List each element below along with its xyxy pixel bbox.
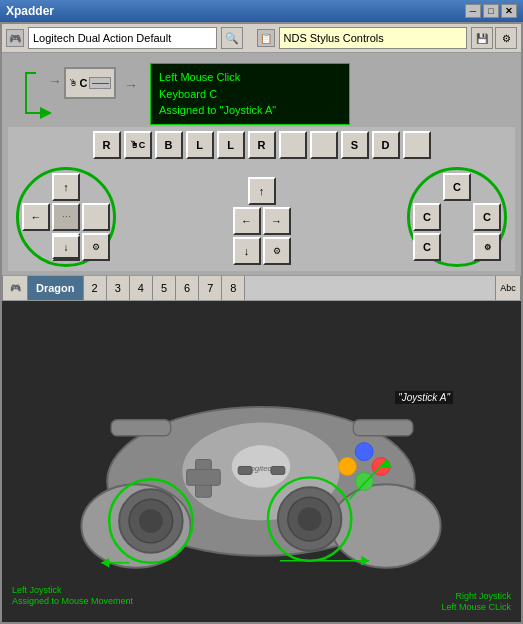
tab-3[interactable]: 3	[107, 275, 130, 301]
abxy-top[interactable]: C	[443, 173, 471, 201]
abxy-bot-left[interactable]: C	[413, 233, 441, 261]
abxy-tr	[473, 173, 501, 201]
save-layout-button[interactable]: 💾	[471, 27, 493, 49]
thumb-key-label: C	[80, 77, 88, 89]
dpad-center[interactable]: ⋯	[52, 203, 80, 231]
controller-icon: 🎮	[6, 29, 24, 47]
settings-layout-button[interactable]: ⚙	[495, 27, 517, 49]
title-text: Xpadder	[6, 4, 54, 18]
minimize-button[interactable]: ─	[465, 4, 481, 18]
center-dpad-right[interactable]: →	[263, 207, 291, 235]
controller-svg: Logitech	[2, 301, 521, 622]
right-joystick-label: Right Joystick Left Mouse CLick	[441, 591, 511, 614]
layout-dropdown[interactable]: NDS Stylus Controls	[279, 27, 468, 49]
left-dpad: ↑ ← ⋯ ↓ ⚙	[22, 173, 110, 261]
layout-name: NDS Stylus Controls	[284, 32, 384, 44]
thumb-key-bar: ───	[89, 77, 111, 89]
tab-2[interactable]: 2	[84, 275, 107, 301]
main-window: 🎮 Logitech Dual Action Default 🔍 📋 NDS S…	[0, 22, 523, 624]
center-dpad-settings[interactable]: ⚙	[263, 237, 291, 265]
svg-point-15	[355, 443, 373, 461]
key-l2[interactable]: L	[217, 131, 245, 159]
left-circle: ↑ ← ⋯ ↓ ⚙	[16, 167, 116, 267]
dpad-up[interactable]: ↑	[52, 173, 80, 201]
abxy-tl	[413, 173, 441, 201]
center-dpad-left[interactable]: ←	[233, 207, 261, 235]
svg-point-18	[355, 472, 373, 490]
close-button[interactable]: ✕	[501, 4, 517, 18]
key-empty3[interactable]	[403, 131, 431, 159]
left-joystick-desc: Assigned to Mouse Movement	[12, 596, 133, 608]
key-r2[interactable]: R	[248, 131, 276, 159]
tab-6[interactable]: 6	[176, 275, 199, 301]
key-b[interactable]: B	[155, 131, 183, 159]
thumb-icon-img: 🖱	[69, 78, 78, 88]
svg-point-12	[298, 507, 322, 531]
key-l1[interactable]: L	[186, 131, 214, 159]
key-empty1[interactable]	[279, 131, 307, 159]
title-controls: ─ □ ✕	[465, 4, 517, 18]
tab-5[interactable]: 5	[153, 275, 176, 301]
dpad-bl	[22, 233, 50, 261]
center-dpad-up[interactable]: ↑	[248, 177, 276, 205]
tab-7[interactable]: 7	[199, 275, 222, 301]
key-empty2[interactable]	[310, 131, 338, 159]
tab-abc-button[interactable]: Abc	[495, 275, 521, 301]
layout-icon-buttons: 💾 ⚙	[471, 27, 517, 49]
left-joystick-label: Left Joystick Assigned to Mouse Movement	[12, 585, 133, 608]
dpad-down-btn[interactable]: ↓	[52, 235, 80, 259]
svg-rect-20	[271, 466, 285, 474]
profile-name: Logitech Dual Action Default	[33, 32, 171, 44]
thumb-button[interactable]: 🖱 C ───	[64, 67, 116, 99]
svg-rect-21	[111, 420, 171, 436]
right-arrow-icon: →	[124, 77, 138, 93]
profile-dropdown[interactable]: Logitech Dual Action Default	[28, 27, 217, 49]
abxy-left[interactable]: C	[413, 203, 441, 231]
tab-4[interactable]: 4	[130, 275, 153, 301]
tooltip-popup: Left Mouse Click Keyboard C Assigned to …	[150, 63, 350, 125]
right-joystick-desc: Left Mouse CLick	[441, 602, 511, 614]
tooltip-line1: Left Mouse Click	[159, 69, 341, 86]
dpad-down-row: ↓	[52, 233, 80, 261]
toolbar: 🎮 Logitech Dual Action Default 🔍 📋 NDS S…	[2, 24, 521, 53]
center-dpad-row: ← →	[233, 207, 291, 235]
dpad-right-empty[interactable]	[82, 203, 110, 231]
key-r[interactable]: R	[93, 131, 121, 159]
controls-row: ↑ ← ⋯ ↓ ⚙ ↑ ← →	[8, 163, 515, 271]
svg-point-17	[338, 458, 356, 476]
dpad-tl	[22, 173, 50, 201]
key-s[interactable]: S	[341, 131, 369, 159]
tab-8[interactable]: 8	[222, 275, 245, 301]
left-joystick-title: Left Joystick	[12, 585, 133, 597]
maximize-button[interactable]: □	[483, 4, 499, 18]
tab-icon-left[interactable]: 🎮	[2, 275, 28, 301]
right-circle: C C C C ⚙	[407, 167, 507, 267]
key-c-icon[interactable]: 🖱C	[124, 131, 152, 159]
right-buttons: C C C C ⚙	[413, 173, 501, 261]
dpad-left[interactable]: ←	[22, 203, 50, 231]
controller-area: → 🖱 C ─── → Left Mouse Click Keyboard C …	[2, 53, 521, 275]
key-d[interactable]: D	[372, 131, 400, 159]
center-dpad-bottom: ↓ ⚙	[233, 237, 291, 265]
keyboard-row: R 🖱C B L L R S D	[8, 127, 515, 163]
abxy-right[interactable]: C	[473, 203, 501, 231]
svg-point-9	[139, 509, 163, 533]
tab-dragon[interactable]: Dragon	[28, 275, 84, 301]
svg-rect-19	[238, 466, 252, 474]
svg-point-3	[331, 484, 440, 567]
center-dpad-down[interactable]: ↓	[233, 237, 261, 265]
layout-icon: 📋	[257, 29, 275, 47]
dpad-tr	[82, 173, 110, 201]
abxy-bot-center	[443, 233, 471, 261]
abxy-bot-right[interactable]: ⚙	[473, 233, 501, 261]
tooltip-line2: Keyboard C	[159, 86, 341, 103]
abxy-center-empty	[443, 203, 471, 231]
controller-image-area: Logitech	[2, 301, 521, 622]
dpad-settings[interactable]: ⚙	[82, 233, 110, 261]
svg-rect-22	[353, 420, 413, 436]
green-arrow-svg	[6, 63, 56, 123]
joystick-a-label: "Joystick A"	[395, 391, 453, 404]
right-joystick-title: Right Joystick	[441, 591, 511, 603]
search-button[interactable]: 🔍	[221, 27, 243, 49]
tabs-row: 🎮 Dragon 2 3 4 5 6 7 8 Abc	[2, 275, 521, 301]
